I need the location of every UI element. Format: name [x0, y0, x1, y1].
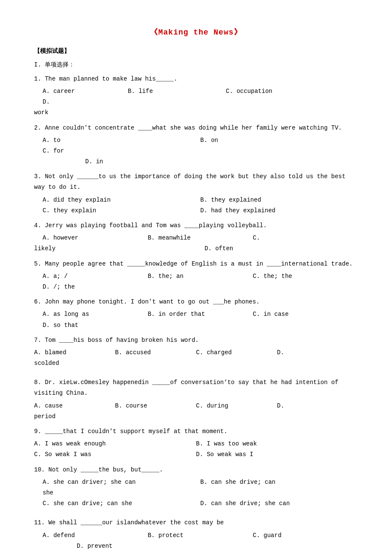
- option-3b: B. they explained: [200, 195, 358, 205]
- question-4-text: 4. Jerry was playing football and Tom wa…: [34, 220, 358, 231]
- option-9d: D. So weak was I: [196, 449, 358, 460]
- question-7: 7. Tom ____his boss of having broken his…: [34, 335, 358, 369]
- section-header: 【模拟试题】: [34, 46, 358, 57]
- option-11c: C. guard: [253, 530, 358, 541]
- option-6c: C. in case: [253, 309, 358, 320]
- option-1a: A. career: [43, 86, 128, 97]
- question-8-text: 8. Dr. xieLw.cOmesley happened​in _____o…: [34, 377, 358, 399]
- subsection-header: I. 单项选择：: [34, 60, 358, 70]
- option-10a: A. she can driver; she can: [43, 477, 200, 488]
- option-5b: B. the; an: [148, 271, 253, 282]
- option-2b: B. on: [200, 135, 358, 146]
- option-6b: B. in order that: [148, 309, 253, 320]
- option-4d: D. often: [205, 243, 358, 254]
- option-2c: C. for: [43, 146, 192, 156]
- option-1d: D.: [43, 97, 128, 107]
- question-1: 1. The man planned to make law his_____.…: [34, 74, 358, 119]
- question-9: 9. _____that I couldn't support myself a…: [34, 426, 358, 460]
- question-2: 2. Anne couldn't concentrate ____what sh…: [34, 123, 358, 168]
- question-3-text: 3. Not only ______to us the importance o…: [34, 171, 358, 193]
- option-8b: B. course: [115, 401, 196, 411]
- option-9a: A. I was weak enough: [34, 439, 196, 449]
- option-4a: A. however: [43, 233, 148, 243]
- question-6-text: 6. John may phone tonight. I don't want …: [34, 297, 358, 307]
- question-3: 3. Not only ______to us the importance o…: [34, 171, 358, 216]
- option-1d-cont: work: [34, 107, 358, 118]
- question-2-text: 2. Anne couldn't concentrate ____what sh…: [34, 123, 358, 133]
- question-5-text: 5. Many people agree that _____knowledge…: [34, 259, 358, 269]
- option-7a: A. blamed: [34, 347, 115, 358]
- option-5a: A. a; /: [43, 271, 148, 282]
- option-10d: D. can she drive; she can: [200, 498, 358, 509]
- option-6a: A. as long as: [43, 309, 148, 320]
- question-6: 6. John may phone tonight. I don't want …: [34, 297, 358, 331]
- question-5: 5. Many people agree that _____knowledge…: [34, 259, 358, 293]
- option-11b: B. protect: [148, 530, 253, 541]
- option-7c: C. charged: [196, 347, 277, 358]
- option-3d: D. had they explained: [200, 205, 358, 216]
- question-4: 4. Jerry was playing football and Tom wa…: [34, 220, 358, 254]
- option-8a: A. cause: [34, 401, 115, 411]
- question-11-text: 11. We shall ______our island​whatever t…: [34, 517, 358, 528]
- option-10c: C. she can drive; can she: [43, 498, 200, 509]
- option-5d: D. /; the: [43, 282, 358, 292]
- option-8d: D.: [277, 401, 358, 411]
- question-10: 10. Not only _____the bus, but_____. A. …: [34, 465, 358, 509]
- option-7d-cont: scolded: [34, 358, 358, 369]
- question-9-text: 9. _____that I couldn't support myself a…: [34, 426, 358, 437]
- option-2d: D. in: [85, 156, 358, 167]
- option-1b: B. life: [128, 86, 226, 97]
- question-7-text: 7. Tom ____his boss of having broken his…: [34, 335, 358, 346]
- option-6d: D. so that: [43, 320, 358, 331]
- option-3a: A. did they explain: [43, 195, 200, 205]
- option-5c: C. the; the: [253, 271, 358, 282]
- option-4b: B. meanwhile: [148, 233, 253, 243]
- option-4c-cont: likely: [34, 243, 196, 254]
- option-1c: C. occupation: [226, 86, 311, 97]
- option-2a: A. to: [43, 135, 200, 146]
- option-8d-cont: period: [34, 411, 358, 422]
- question-10-text: 10. Not only _____the bus, but_____.: [34, 465, 358, 475]
- question-11: 11. We shall ______our island​whatever t…: [34, 517, 358, 552]
- option-9c: C. So weak I was: [34, 449, 196, 460]
- option-3c: C. they explain: [43, 205, 200, 216]
- option-11d: D. prevent: [77, 541, 358, 552]
- question-1-text: 1. The man planned to make law his_____.: [34, 74, 358, 84]
- question-8: 8. Dr. xieLw.cOmesley happened​in _____o…: [34, 377, 358, 422]
- option-11a: A. defend: [43, 530, 148, 541]
- option-10b: B. can she drive; can: [200, 477, 358, 488]
- option-4c: C.: [253, 233, 358, 243]
- option-9b: B. I was too weak: [196, 439, 358, 449]
- option-7d: D.: [277, 347, 358, 358]
- option-7b: B. accused: [115, 347, 196, 358]
- option-8c: C. during: [196, 401, 277, 411]
- page-title: 《Making the News》: [34, 26, 358, 39]
